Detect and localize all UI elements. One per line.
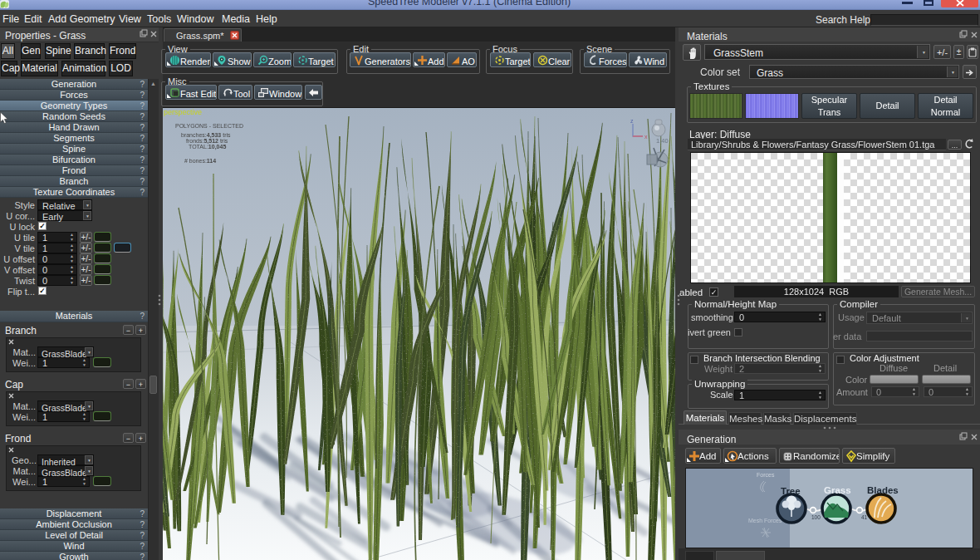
svg-text:Tree: Tree [781,486,801,496]
svg-text:100: 100 [811,514,821,520]
svg-text:z: z [630,118,634,124]
svg-text:Blades: Blades [867,485,899,495]
svg-text:Grass: Grass [824,485,851,495]
svg-text:Mesh Forces: Mesh Forces [748,518,782,523]
svg-text:1.40: 1.40 [656,137,669,145]
svg-text:x: x [644,134,648,140]
svg-text:41: 41 [861,514,868,520]
svg-text:Forces: Forces [757,472,775,478]
